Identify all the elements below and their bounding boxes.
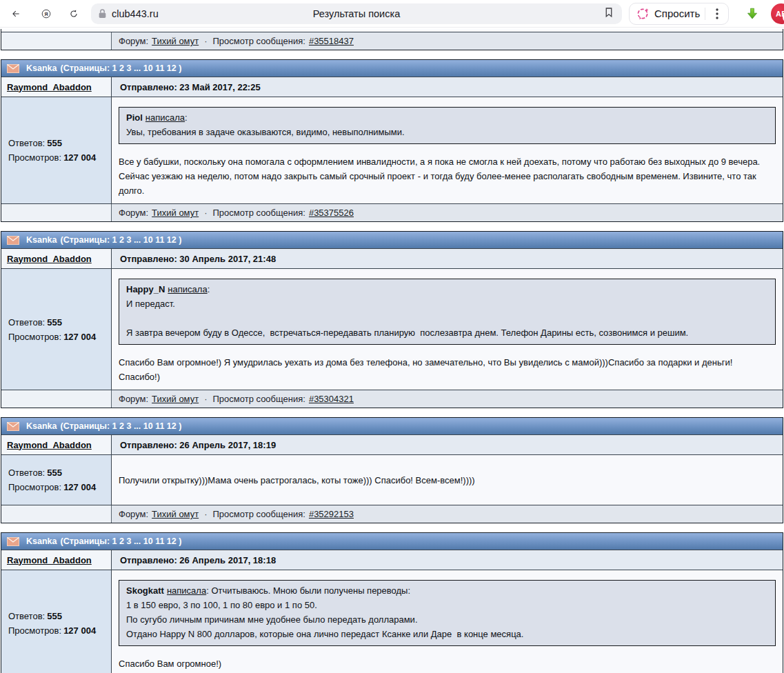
forum-post: Ksanka (Страницы: 1 2 3 ... 10 11 12 ) R… bbox=[1, 59, 783, 222]
back-button[interactable] bbox=[7, 5, 25, 23]
message-column: Skogkattнаписала: Отчитываюсь. Мною были… bbox=[112, 570, 783, 673]
author-stats-column: Ответов:555 Просмотров:127 004 bbox=[1, 97, 112, 203]
menu-dots-button[interactable] bbox=[710, 5, 724, 23]
post-footer-left-cell bbox=[1, 505, 112, 523]
quote-line: И передаст. bbox=[126, 297, 768, 311]
author-link[interactable]: Raymond_Abaddon bbox=[7, 254, 92, 264]
post-main-row: Ответов:555 Просмотров:127 004 Happy_Nна… bbox=[1, 269, 783, 390]
author-cell: Raymond_Abaddon bbox=[1, 435, 112, 454]
post-footer: Форум: Тихий омут · Просмотр сообщения: … bbox=[1, 390, 783, 408]
thread-title-link[interactable]: Ksanka bbox=[26, 421, 57, 431]
post-footer: Форум: Тихий омут · Просмотр сообщения: … bbox=[1, 32, 783, 50]
back-arrow-icon bbox=[11, 6, 21, 21]
author-stats: Ответов:555 Просмотров:127 004 bbox=[8, 315, 96, 344]
message-id-link[interactable]: #35292153 bbox=[309, 509, 354, 519]
posts-list: Ksanka (Страницы: 1 2 3 ... 10 11 12 ) R… bbox=[0, 59, 784, 673]
author-cell: Raymond_Abaddon bbox=[1, 77, 112, 97]
forum-link[interactable]: Тихий омут bbox=[152, 509, 199, 519]
quote-box: Happy_Nнаписала: И передаст. Я завтра ве… bbox=[119, 279, 776, 345]
dot-separator: · bbox=[204, 509, 207, 519]
quote-box: Piolнаписала: Увы, требования в задаче о… bbox=[119, 107, 776, 144]
author-link[interactable]: Raymond_Abaddon bbox=[7, 555, 92, 565]
replies-stat: Ответов:555 bbox=[8, 609, 96, 623]
forum-link[interactable]: Тихий омут bbox=[152, 208, 199, 218]
thread-pages-links[interactable]: (Страницы: 1 2 3 ... 10 11 12 ) bbox=[60, 63, 181, 73]
post-titlebar: Ksanka (Страницы: 1 2 3 ... 10 11 12 ) bbox=[1, 60, 783, 77]
forum-link[interactable]: Тихий омут bbox=[152, 36, 199, 46]
sent-date: Отправлено: 30 Апрель 2017, 21:48 bbox=[112, 249, 276, 268]
author-stats-column: Ответов:555 Просмотров:127 004 bbox=[1, 455, 112, 505]
post-main-row: Ответов:555 Просмотров:127 004 Получили … bbox=[1, 455, 783, 505]
quote-header: Happy_Nнаписала: bbox=[126, 282, 768, 297]
view-message-label: Просмотр сообщения: bbox=[213, 509, 305, 519]
post-head-row: Raymond_Abaddon Отправлено: 26 Апрель 20… bbox=[1, 550, 783, 570]
profile-avatar[interactable]: АБ 4 bbox=[771, 3, 784, 24]
views-stat: Просмотров:127 004 bbox=[8, 150, 96, 165]
post-footer-text: Форум: Тихий омут · Просмотр сообщения: … bbox=[112, 505, 354, 523]
author-link[interactable]: Raymond_Abaddon bbox=[7, 82, 92, 92]
post-head-row: Raymond_Abaddon Отправлено: 26 Апрель 20… bbox=[1, 435, 783, 455]
ask-button[interactable]: Спросить bbox=[629, 3, 729, 25]
envelope-icon bbox=[7, 64, 19, 73]
post-body-text: Все у бабушки, поскольку она помогала с … bbox=[119, 154, 776, 198]
message-id-link[interactable]: #35518437 bbox=[309, 36, 354, 46]
quote-header: Skogkattнаписала: Отчитываюсь. Мною были… bbox=[126, 583, 768, 598]
quote-wrote-link[interactable]: написала bbox=[145, 112, 185, 123]
replies-stat: Ответов:555 bbox=[8, 136, 96, 150]
replies-stat: Ответов:555 bbox=[8, 315, 96, 330]
thread-title-link[interactable]: Ksanka bbox=[26, 536, 57, 546]
author-stats-column: Ответов:555 Просмотров:127 004 bbox=[1, 570, 112, 673]
bookmark-button[interactable] bbox=[603, 6, 615, 22]
message-id-link[interactable]: #35375526 bbox=[309, 208, 354, 218]
thread-pages-links[interactable]: (Страницы: 1 2 3 ... 10 11 12 ) bbox=[60, 536, 181, 546]
views-stat: Просмотров:127 004 bbox=[8, 623, 96, 638]
message-column: Piolнаписала: Увы, требования в задаче о… bbox=[112, 97, 783, 203]
message-column: Happy_Nнаписала: И передаст. Я завтра ве… bbox=[112, 269, 783, 390]
quote-wrote-link[interactable]: написала bbox=[168, 284, 207, 294]
forum-label: Форум: bbox=[119, 509, 148, 519]
post-titlebar: Ksanka (Страницы: 1 2 3 ... 10 11 12 ) bbox=[1, 418, 783, 435]
message-column: Получили открытку)))Мама очень растрогал… bbox=[112, 455, 783, 505]
svg-text:Я: Я bbox=[44, 11, 48, 16]
download-button[interactable] bbox=[742, 3, 763, 24]
yandex-logo-button[interactable]: Я bbox=[37, 5, 55, 23]
views-stat: Просмотров:127 004 bbox=[8, 330, 96, 344]
refresh-button[interactable] bbox=[65, 5, 83, 23]
author-link[interactable]: Raymond_Abaddon bbox=[7, 440, 92, 450]
post-body-text: Получили открытку)))Мама очень растрогал… bbox=[119, 473, 776, 488]
post-body-text: Спасибо Вам огромное!) Я умудрилась уеха… bbox=[119, 355, 776, 384]
ask-button-label: Спросить bbox=[654, 8, 700, 19]
forum-post: Ksanka (Страницы: 1 2 3 ... 10 11 12 ) R… bbox=[1, 417, 783, 523]
quote-header-rest: : Отчитываюсь. Мною были получены перево… bbox=[206, 585, 410, 596]
author-stats: Ответов:555 Просмотров:127 004 bbox=[8, 465, 96, 494]
ask-chat-icon bbox=[636, 7, 650, 20]
post-titlebar: Ksanka (Страницы: 1 2 3 ... 10 11 12 ) bbox=[1, 533, 783, 550]
quote-line: По сугубо личным причинам мне удобнее бы… bbox=[126, 612, 768, 627]
forum-label: Форум: bbox=[119, 208, 148, 218]
thread-title-link[interactable]: Ksanka bbox=[26, 235, 57, 245]
dot-separator: · bbox=[204, 394, 207, 404]
thread-pages-links[interactable]: (Страницы: 1 2 3 ... 10 11 12 ) bbox=[60, 235, 181, 245]
quote-header: Piolнаписала: bbox=[126, 110, 768, 125]
author-stats: Ответов:555 Просмотров:127 004 bbox=[8, 136, 96, 165]
envelope-icon bbox=[7, 236, 19, 245]
thread-title-link[interactable]: Ksanka bbox=[26, 63, 57, 73]
sent-date: Отправлено: 26 Апрель 2017, 18:19 bbox=[112, 435, 276, 454]
lock-icon[interactable] bbox=[98, 8, 107, 19]
quote-wrote-link[interactable]: написала bbox=[167, 585, 206, 596]
post-head-row: Raymond_Abaddon Отправлено: 23 Май 2017,… bbox=[1, 77, 783, 97]
envelope-icon bbox=[7, 537, 19, 546]
author-cell: Raymond_Abaddon bbox=[1, 550, 112, 570]
post-footer: Форум: Тихий омут · Просмотр сообщения: … bbox=[1, 505, 783, 523]
post-head-row: Raymond_Abaddon Отправлено: 30 Апрель 20… bbox=[1, 249, 783, 269]
message-id-link[interactable]: #35304321 bbox=[309, 394, 354, 404]
page-title: Результаты поиска bbox=[313, 8, 400, 19]
post-footer-left-cell bbox=[1, 32, 112, 50]
thread-pages-links[interactable]: (Страницы: 1 2 3 ... 10 11 12 ) bbox=[60, 421, 181, 431]
sent-date: Отправлено: 23 Май 2017, 22:25 bbox=[112, 77, 261, 97]
quote-line: Я завтра вечером буду в Одессе, встречат… bbox=[126, 325, 768, 340]
address-bar[interactable]: club443.ru Результаты поиска bbox=[91, 3, 622, 24]
forum-link[interactable]: Тихий омут bbox=[152, 394, 199, 404]
forum-label: Форум: bbox=[119, 36, 148, 46]
views-stat: Просмотров:127 004 bbox=[8, 480, 96, 494]
